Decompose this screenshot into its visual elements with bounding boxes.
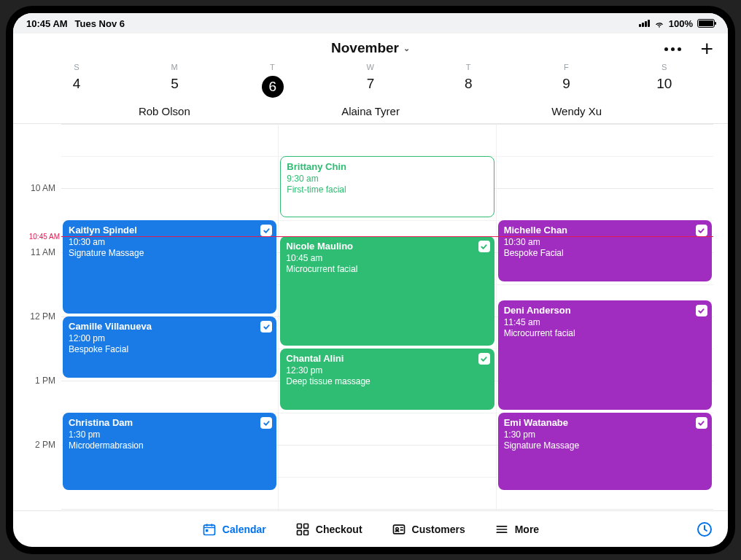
day-5[interactable]: M5: [125, 63, 223, 98]
calendar-column[interactable]: Michelle Chan10:30 amBespoke FacialDeni …: [496, 124, 713, 510]
svg-rect-1: [206, 529, 208, 532]
event-service: Signature Massage: [504, 440, 706, 451]
event-service: Bespoke Facial: [504, 248, 706, 259]
nav-label: Checkout: [316, 524, 362, 535]
calendar-column[interactable]: Brittany Chin9:30 amFirst-time facialNic…: [278, 124, 495, 510]
day-dow: T: [224, 63, 322, 71]
event[interactable]: Brittany Chin9:30 amFirst-time facial: [280, 156, 494, 217]
day-9[interactable]: F9: [517, 63, 615, 98]
calendar-column[interactable]: Kaitlyn Spindel10:30 amSignature Massage…: [61, 124, 278, 510]
weekday-row: S4M5T6W7T8F9S10: [13, 63, 728, 98]
day-dow: S: [28, 63, 125, 71]
check-icon: [478, 353, 490, 365]
event-service: Signature Massage: [69, 248, 271, 259]
now-indicator: [61, 236, 713, 237]
event-name: Chantal Alini: [286, 353, 488, 365]
event[interactable]: Kaitlyn Spindel10:30 amSignature Massage: [63, 220, 276, 314]
staff-name[interactable]: Rob Olson: [61, 105, 268, 117]
event-time: 1:30 pm: [69, 429, 271, 440]
staff-name[interactable]: Alaina Tyrer: [268, 105, 474, 117]
event-time: 12:00 pm: [69, 333, 271, 344]
battery-icon: [697, 19, 715, 28]
day-num: 10: [616, 76, 713, 92]
event[interactable]: Deni Anderson11:45 amMicrocurrent facial: [498, 300, 712, 410]
day-4[interactable]: S4: [28, 63, 125, 98]
day-8[interactable]: T8: [419, 63, 517, 98]
nav-label: Customers: [412, 524, 465, 535]
event-name: Emi Watanabe: [504, 417, 706, 429]
header: November ⌄ +: [13, 34, 728, 63]
event-time: 10:45 am: [286, 253, 488, 264]
month-selector[interactable]: November ⌄: [331, 40, 410, 56]
event[interactable]: Nicole Maulino10:45 amMicrocurrent facia…: [280, 236, 494, 346]
checkout-icon: [295, 522, 310, 537]
chevron-down-icon: ⌄: [403, 44, 410, 53]
check-icon: [478, 241, 490, 252]
nav-label: More: [515, 524, 539, 535]
event-service: Deep tissue massage: [286, 376, 488, 387]
staff-row: Rob OlsonAlaina TyrerWendy Xu: [13, 105, 728, 124]
event-service: First-time facial: [287, 184, 487, 195]
nav-customers[interactable]: Customers: [392, 522, 465, 537]
day-num: 4: [28, 76, 125, 92]
time-label: 2 PM: [35, 440, 55, 450]
day-7[interactable]: W7: [322, 63, 419, 98]
event-time: 10:30 am: [504, 237, 706, 248]
day-dow: S: [616, 63, 713, 71]
event-name: Camille Villanueva: [69, 321, 271, 332]
event[interactable]: Christina Dam1:30 pmMicrodermabrasion: [63, 413, 276, 490]
event[interactable]: Michelle Chan10:30 amBespoke Facial: [498, 220, 712, 281]
more-options-button[interactable]: [664, 47, 681, 51]
event-name: Nicole Maulino: [286, 241, 488, 252]
nav-calendar[interactable]: Calendar: [202, 522, 266, 537]
statusbar: 10:45 AM Tues Nov 6 100%: [13, 13, 728, 34]
day-num: 6: [262, 76, 284, 98]
clock-button[interactable]: [696, 521, 713, 538]
check-icon: [696, 225, 707, 236]
event[interactable]: Emi Watanabe1:30 pmSignature Massage: [498, 413, 712, 490]
time-label: 10 AM: [31, 183, 55, 193]
time-column: 10 AM11 AM12 PM1 PM2 PM10:45 AM: [13, 124, 61, 510]
svg-rect-2: [297, 524, 301, 528]
day-dow: T: [419, 63, 517, 71]
customers-icon: [392, 522, 406, 537]
day-num: 5: [125, 76, 223, 92]
event-name: Kaitlyn Spindel: [69, 225, 271, 236]
nav-more[interactable]: More: [494, 522, 539, 537]
svg-rect-5: [303, 530, 308, 534]
time-label: 12 PM: [30, 311, 55, 322]
event-time: 10:30 am: [69, 237, 271, 248]
day-num: 7: [322, 76, 419, 92]
day-dow: W: [322, 63, 419, 71]
event-time: 12:30 pm: [286, 365, 488, 376]
staff-name[interactable]: Wendy Xu: [473, 105, 680, 117]
event-name: Deni Anderson: [504, 305, 706, 316]
event-service: Bespoke Facial: [69, 344, 271, 355]
signal-icon: [639, 20, 650, 27]
event-time: 9:30 am: [287, 174, 487, 184]
day-6[interactable]: T6: [224, 63, 322, 98]
add-button[interactable]: +: [700, 38, 713, 60]
day-dow: F: [517, 63, 615, 71]
nav-checkout[interactable]: Checkout: [295, 522, 362, 537]
day-dow: M: [125, 63, 223, 71]
svg-point-7: [395, 527, 397, 529]
now-label: 10:45 AM: [29, 233, 60, 241]
svg-rect-0: [203, 525, 214, 534]
check-icon: [696, 417, 707, 429]
event[interactable]: Camille Villanueva12:00 pmBespoke Facial: [63, 316, 276, 378]
bottom-nav: CalendarCheckoutCustomersMore: [13, 510, 728, 547]
statusbar-date: Tues Nov 6: [75, 18, 125, 29]
calendar-icon: [202, 522, 217, 537]
event-name: Brittany Chin: [287, 161, 487, 173]
svg-rect-3: [303, 524, 308, 528]
month-label: November: [331, 40, 399, 56]
calendar-grid[interactable]: 10 AM11 AM12 PM1 PM2 PM10:45 AM Kaitlyn …: [13, 124, 728, 510]
event[interactable]: Chantal Alini12:30 pmDeep tissue massage: [280, 349, 494, 410]
time-label: 1 PM: [35, 376, 55, 386]
nav-label: Calendar: [222, 524, 266, 535]
day-10[interactable]: S10: [616, 63, 713, 98]
wifi-icon: [654, 18, 664, 28]
event-service: Microcurrent facial: [504, 328, 706, 339]
day-num: 9: [517, 76, 615, 92]
